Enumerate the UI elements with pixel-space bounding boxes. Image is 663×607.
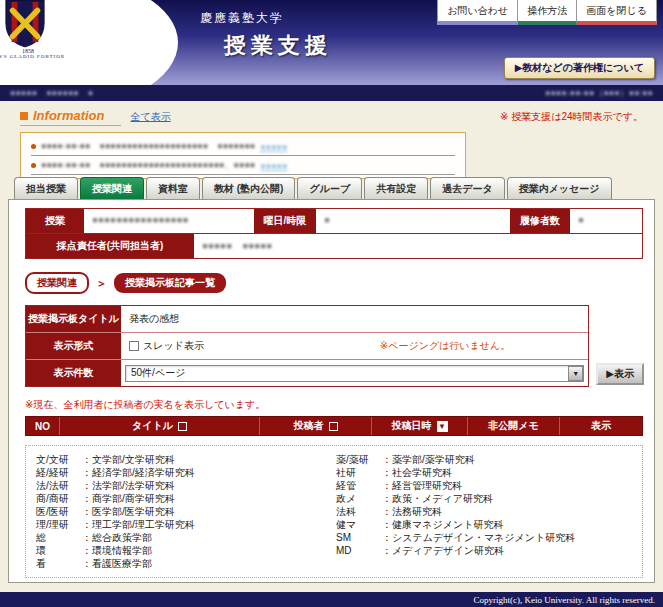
post-column-label: NO xyxy=(35,421,50,432)
legend-name: 医学部/医学研究科 xyxy=(92,505,175,518)
tab[interactable]: 授業関連 xyxy=(80,177,144,199)
board-form: 授業掲示板タイトル 発表の感想 表示形式 スレッド表示 ※ページングは行いません… xyxy=(25,305,589,387)
class-info-row-2: 採点責任者(共同担当者) ●●●●● ●●●●● xyxy=(25,233,643,259)
post-column-header[interactable]: NO xyxy=(26,417,60,435)
post-column-header[interactable]: 投稿者 xyxy=(260,417,372,435)
tab-label: 授業内メッセージ xyxy=(519,183,600,194)
legend-item: 経管 ： 経営管理研究科 xyxy=(336,479,636,492)
current-datetime: ●●●●-●●-●●（●●●）●●:●● xyxy=(545,87,653,100)
day-period-value: ● xyxy=(316,209,510,233)
post-column-label: 表示 xyxy=(591,419,611,433)
legend-name: 総合政策学部 xyxy=(92,531,152,544)
header-nav: お問い合わせ 操作方法 画面を閉じる xyxy=(437,0,657,25)
information-item-link[interactable]: ●●●●● xyxy=(260,161,287,171)
user-bar: ●●●●● ●●●●●● ● ●●●●-●●-●●（●●●）●●:●● xyxy=(0,85,663,101)
tab[interactable]: 担当授業 xyxy=(14,177,78,199)
board-title-value: 発表の感想 xyxy=(121,306,588,332)
tab[interactable]: 過去データ xyxy=(430,177,504,199)
select-dropdown-arrow-icon[interactable] xyxy=(568,366,583,381)
legend-item: 環 ： 環境情報学部 xyxy=(36,544,336,557)
legend-item: 社研 ： 社会学研究科 xyxy=(336,466,636,479)
tab-label: グループ xyxy=(309,183,350,194)
legend-abbr: 看 xyxy=(36,557,82,570)
legend-abbr: 文/文研 xyxy=(36,453,82,466)
legend-abbr: 経/経研 xyxy=(36,466,82,479)
faculty-legend-right: 薬/薬研 ： 薬学部/薬学研究科 社研 ： 社会学研究科 経管 ： 経営管理研究… xyxy=(336,453,636,570)
legend-item: 経/経研 ： 経済学部/経済学研究科 xyxy=(36,466,336,479)
legend-name: 政策・メディア研究科 xyxy=(392,492,493,505)
app-header: Keio University 1858 CALAMVS GLADIO FORT… xyxy=(0,0,663,85)
legend-name: メディアデザイン研究科 xyxy=(392,544,504,557)
university-name: 慶應義塾大学 xyxy=(200,10,284,27)
post-column-label: 投稿者 xyxy=(294,419,324,433)
legend-abbr: 法科 xyxy=(336,505,382,518)
logged-in-user: ●●●●● ●●●●●● ● xyxy=(10,87,93,100)
legend-name: 健康マネジメント研究科 xyxy=(392,518,503,531)
information-box: ●●●●-●●-●● ●●●●●●●●●●●●●●●●●●●● ●●●●●●● … xyxy=(20,132,466,179)
legend-item: 法/法研 ： 法学部/法学研究科 xyxy=(36,479,336,492)
post-column-header[interactable]: 非公開メモ xyxy=(468,417,560,435)
sort-icon[interactable] xyxy=(178,422,187,431)
legend-item: SM ： システムデザイン・マネジメント研究科 xyxy=(336,531,636,544)
faculty-legend: 文/文研 ： 文学部/文学研究科 経/経研 ： 経済学部/経済学研究科 法/法研… xyxy=(25,445,643,578)
header-nav-button[interactable]: お問い合わせ xyxy=(437,0,518,25)
information-item-link[interactable]: ●●●●● xyxy=(260,142,287,152)
tab[interactable]: 授業内メッセージ xyxy=(507,177,612,199)
tab-label: 過去データ xyxy=(442,183,492,194)
legend-item: 法科 ： 法務研究科 xyxy=(336,505,636,518)
thread-display-checkbox-label: スレッド表示 xyxy=(143,339,204,353)
grader-label: 採点責任者(共同担当者) xyxy=(26,234,194,258)
hours-notice: ※ 授業支援は24時間表示です。 xyxy=(500,110,643,124)
display-button[interactable]: ▶表示 xyxy=(596,363,644,385)
tab[interactable]: 資料室 xyxy=(146,177,200,199)
legend-name: 文学部/文学研究科 xyxy=(92,453,175,466)
header-nav-button[interactable]: 画面を閉じる xyxy=(577,0,657,25)
tab-label: 授業関連 xyxy=(92,183,132,194)
show-all-link[interactable]: 全て表示 xyxy=(131,110,171,124)
post-column-header[interactable]: タイトル xyxy=(60,417,260,435)
information-item-text: ●●●●-●●-●● ●●●●●●●●●●●●●●●●●●●● ●●●●●●● xyxy=(41,140,255,153)
breadcrumb-parent[interactable]: 授業関連 xyxy=(25,272,89,294)
board-title-label: 授業掲示板タイトル xyxy=(26,306,121,332)
legend-name: 法学部/法学研究科 xyxy=(92,479,175,492)
display-format-label: 表示形式 xyxy=(26,333,121,359)
sort-icon[interactable] xyxy=(329,422,338,431)
legend-item: MD ： メディアデザイン研究科 xyxy=(336,544,636,557)
legend-abbr: 医/医研 xyxy=(36,505,82,518)
keio-shield-icon xyxy=(4,0,46,48)
breadcrumb-arrow-icon: ＞ xyxy=(96,276,107,291)
tab-label: 担当授業 xyxy=(26,183,66,194)
legend-name: 社会学研究科 xyxy=(392,466,452,479)
tab[interactable]: 共有設定 xyxy=(364,177,428,199)
legend-name: 経済学部/経済学研究科 xyxy=(92,466,195,479)
post-column-header[interactable]: 表示 xyxy=(560,417,642,435)
header-nav-button[interactable]: 操作方法 xyxy=(518,0,577,25)
post-column-header[interactable]: 投稿日時 xyxy=(372,417,468,435)
display-count-label: 表示件数 xyxy=(26,360,121,386)
information-item-text: ●●●●-●●-●● ●●●●●●●●●●●●●●●●●●●●●●●、●●●● xyxy=(41,159,255,172)
post-column-label: 非公開メモ xyxy=(488,419,538,433)
tab[interactable]: グループ xyxy=(297,177,362,199)
display-count-select[interactable]: 50件/ページ xyxy=(125,365,584,382)
legend-name: 経営管理研究科 xyxy=(392,479,462,492)
sort-icon[interactable] xyxy=(437,421,448,432)
tab[interactable]: 教材 (塾内公開) xyxy=(202,177,295,199)
legend-abbr: 商/商研 xyxy=(36,492,82,505)
materials-copyright-button[interactable]: ▶教材などの著作権について xyxy=(504,57,655,79)
course-value: ●●●●●●●●●●●●●●●● xyxy=(84,209,254,233)
enrollment-value: ● xyxy=(570,209,642,233)
legend-abbr: 経管 xyxy=(336,479,382,492)
enrollment-label: 履修者数 xyxy=(510,209,570,233)
course-label: 授業 xyxy=(26,209,84,233)
faculty-legend-left: 文/文研 ： 文学部/文学研究科 経/経研 ： 経済学部/経済学研究科 法/法研… xyxy=(36,453,336,570)
legend-abbr: 健マ xyxy=(336,518,382,531)
legend-item: 医/医研 ： 医学部/医学研究科 xyxy=(36,505,336,518)
legend-item: 看 ： 看護医療学部 xyxy=(36,557,336,570)
information-title: Information xyxy=(20,108,121,126)
legend-item: 政メ ： 政策・メディア研究科 xyxy=(336,492,636,505)
thread-display-checkbox[interactable] xyxy=(129,341,139,351)
post-column-label: 投稿日時 xyxy=(392,419,432,433)
legend-item: 理/理研 ： 理工学部/理工学研究科 xyxy=(36,518,336,531)
post-table-header: NO タイトル 投稿者 投稿日時 非公開メモ xyxy=(25,416,643,436)
legend-abbr: 総 xyxy=(36,531,82,544)
